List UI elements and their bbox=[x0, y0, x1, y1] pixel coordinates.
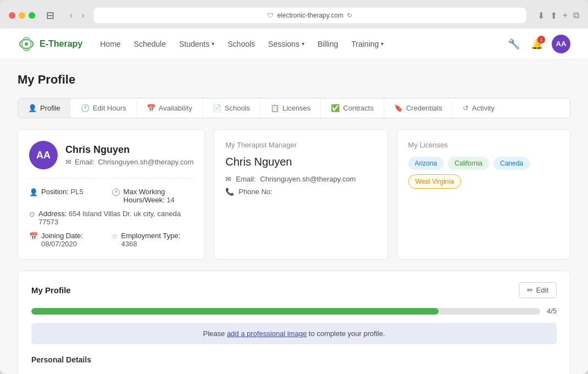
address-label: Address: 654 Island Villas Dr. uk city, … bbox=[38, 210, 193, 226]
forward-button[interactable]: › bbox=[79, 9, 86, 21]
email-label: Email: bbox=[75, 158, 95, 166]
contracts-tab-icon: ✅ bbox=[331, 104, 340, 112]
nav-students[interactable]: Students ▾ bbox=[179, 40, 214, 48]
logo[interactable]: E-Therapy bbox=[18, 35, 82, 53]
tab-licenses[interactable]: 📋 Licenses bbox=[260, 98, 321, 118]
max-hours-detail: 🕐 Max Working Hours/Week: 14 bbox=[112, 188, 194, 204]
alert-banner: Please add a professional image to compl… bbox=[31, 323, 557, 344]
manager-card: My Therapist Manager Chris Nguyen ✉ Emai… bbox=[214, 129, 387, 260]
user-avatar[interactable]: AA bbox=[552, 35, 570, 53]
nav-home-label: Home bbox=[100, 40, 120, 48]
email-value: Chrisnguyen.sh@therapy.com bbox=[98, 158, 193, 166]
tab-schools-label: Schools bbox=[225, 104, 250, 112]
nav-actions: 🔧 🔔 1 AA bbox=[506, 35, 570, 53]
app-content: E-Therapy Home Schedule Students ▾ Schoo… bbox=[0, 29, 588, 374]
maximize-button[interactable] bbox=[29, 12, 35, 19]
top-nav: E-Therapy Home Schedule Students ▾ Schoo… bbox=[0, 29, 588, 59]
profile-info: Chris Nguyen ✉ Email: Chrisnguyen.sh@the… bbox=[65, 144, 193, 166]
browser-nav-controls: ‹ › bbox=[68, 9, 87, 21]
close-button[interactable] bbox=[9, 12, 15, 19]
tab-contracts[interactable]: ✅ Contracts bbox=[321, 98, 384, 118]
section-title: My Profile bbox=[31, 285, 71, 295]
nav-sessions-label: Sessions bbox=[268, 40, 299, 48]
phone-icon: 📞 bbox=[225, 188, 234, 196]
address-bar[interactable]: 🛡 electronic-therapy.com ↻ bbox=[93, 8, 526, 23]
tab-activity[interactable]: ↺ Activity bbox=[453, 98, 504, 118]
location-icon: ⊙ bbox=[29, 210, 35, 218]
credentials-tab-icon: 🔖 bbox=[394, 104, 403, 112]
nav-home[interactable]: Home bbox=[100, 40, 120, 48]
browser-window: ⊟ ‹ › 🛡 electronic-therapy.com ↻ ⬇ ⬆ + ⧉ bbox=[0, 0, 588, 374]
star-icon: ☆ bbox=[112, 232, 118, 240]
browser-actions: ⬇ ⬆ + ⧉ bbox=[537, 10, 579, 21]
employment-type-detail: ☆ Employment Type: 4368 bbox=[112, 232, 194, 248]
page-title: My Profile bbox=[18, 73, 570, 87]
progress-bar-fill bbox=[31, 308, 439, 315]
nav-training[interactable]: Training ▾ bbox=[351, 40, 384, 48]
browser-titlebar: ⊟ ‹ › 🛡 electronic-therapy.com ↻ ⬇ ⬆ + ⧉ bbox=[0, 0, 588, 29]
progress-container: 4/5 bbox=[31, 307, 557, 315]
sidebar-toggle-button[interactable]: ⊟ bbox=[44, 8, 57, 23]
clock-icon: 🕐 bbox=[112, 188, 120, 196]
edit-label: Edit bbox=[536, 286, 548, 294]
download-button[interactable]: ⬇ bbox=[537, 10, 545, 21]
url-text: electronic-therapy.com bbox=[277, 12, 343, 19]
cards-row: AA Chris Nguyen ✉ Email: Chrisnguyen.sh@… bbox=[18, 129, 570, 260]
tab-edit-hours-label: Edit Hours bbox=[93, 104, 126, 112]
back-button[interactable]: ‹ bbox=[68, 9, 75, 21]
traffic-lights bbox=[9, 12, 35, 19]
employment-type-label: Employment Type: 4368 bbox=[121, 232, 194, 248]
profile-name: Chris Nguyen bbox=[65, 144, 193, 156]
tab-availability[interactable]: 📅 Availability bbox=[137, 98, 203, 118]
licenses-card: My Licenses Arizona California Caneda We… bbox=[397, 129, 570, 260]
profile-tab-icon: 👤 bbox=[28, 104, 37, 112]
logo-text: E-Therapy bbox=[40, 39, 82, 49]
alert-link[interactable]: add a professional image bbox=[227, 329, 307, 338]
license-tags: Arizona California Caneda West Virginia bbox=[408, 157, 559, 189]
nav-schedule-label: Schedule bbox=[134, 40, 166, 48]
manager-phone-label: Phone No: bbox=[238, 188, 272, 196]
nav-students-label: Students bbox=[179, 40, 209, 48]
edit-hours-tab-icon: 🕐 bbox=[81, 104, 90, 112]
personal-details-title: Personal Details bbox=[31, 355, 557, 364]
profile-avatar: AA bbox=[29, 141, 58, 169]
edit-icon: ✏ bbox=[527, 286, 533, 294]
minimize-button[interactable] bbox=[19, 12, 25, 19]
tab-schools[interactable]: 📄 Schools bbox=[203, 98, 260, 118]
nav-schools[interactable]: Schools bbox=[228, 40, 255, 48]
page-content: My Profile 👤 Profile 🕐 Edit Hours 📅 Avai… bbox=[0, 59, 588, 374]
manager-email: ✉ Email: Chrisnguyen.sh@therapy.com bbox=[225, 175, 376, 183]
nav-billing[interactable]: Billing bbox=[318, 40, 338, 48]
nav-training-label: Training bbox=[351, 40, 379, 48]
nav-links: Home Schedule Students ▾ Schools Session… bbox=[100, 40, 488, 48]
shield-icon: 🛡 bbox=[267, 12, 274, 19]
manager-phone: 📞 Phone No: bbox=[225, 188, 376, 196]
joining-date-detail: 📅 Joining Date: 08/07/2020 bbox=[29, 232, 112, 248]
max-hours-label: Max Working Hours/Week: 14 bbox=[124, 188, 194, 204]
profile-details: 👤 Position: PL5 🕐 Max Working Hours/Week… bbox=[29, 188, 193, 248]
person-icon: 👤 bbox=[29, 188, 38, 196]
tab-profile[interactable]: 👤 Profile bbox=[18, 98, 71, 118]
joining-date-label: Joining Date: 08/07/2020 bbox=[41, 232, 112, 248]
new-tab-button[interactable]: + bbox=[563, 10, 568, 21]
tab-credentials[interactable]: 🔖 Credentials bbox=[384, 98, 453, 118]
schools-tab-icon: 📄 bbox=[213, 104, 221, 112]
profile-card-header: AA Chris Nguyen ✉ Email: Chrisnguyen.sh@… bbox=[29, 141, 193, 179]
position-detail: 👤 Position: PL5 bbox=[29, 188, 112, 204]
reload-icon: ↻ bbox=[347, 12, 352, 19]
tools-button[interactable]: 🔧 bbox=[506, 36, 522, 52]
position-label: Position: PL5 bbox=[41, 188, 84, 196]
edit-button[interactable]: ✏ Edit bbox=[519, 282, 557, 298]
manager-email-icon: ✉ bbox=[225, 175, 231, 183]
nav-sessions[interactable]: Sessions ▾ bbox=[268, 40, 304, 48]
share-button[interactable]: ⬆ bbox=[550, 10, 557, 21]
tab-activity-label: Activity bbox=[472, 104, 495, 112]
tab-contracts-label: Contracts bbox=[343, 104, 374, 112]
tabs-button[interactable]: ⧉ bbox=[573, 10, 579, 21]
tab-edit-hours[interactable]: 🕐 Edit Hours bbox=[71, 98, 137, 118]
alert-text-before: Please bbox=[203, 329, 225, 338]
notifications-button[interactable]: 🔔 1 bbox=[529, 36, 545, 52]
tab-licenses-label: Licenses bbox=[282, 104, 310, 112]
nav-schedule[interactable]: Schedule bbox=[134, 40, 166, 48]
nav-billing-label: Billing bbox=[318, 40, 338, 48]
